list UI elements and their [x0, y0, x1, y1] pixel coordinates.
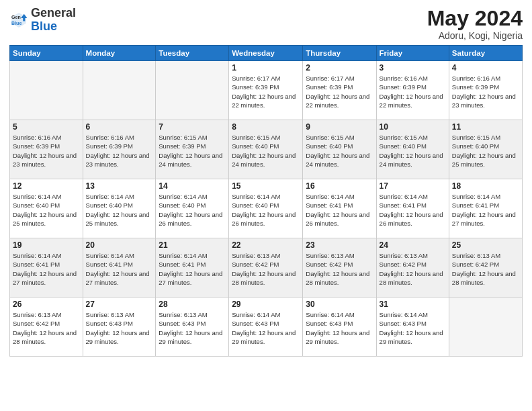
- day-number: 9: [306, 122, 373, 132]
- weekday-header-tuesday: Tuesday: [156, 46, 229, 61]
- day-number: 28: [159, 300, 226, 309]
- day-number: 26: [13, 300, 80, 309]
- calendar-cell: 1Sunrise: 6:17 AM Sunset: 6:39 PM Daylig…: [229, 61, 303, 120]
- day-number: 30: [306, 300, 373, 309]
- page: Gen Blue General Blue May 2024 Adoru, Ko…: [0, 0, 532, 411]
- day-number: 1: [232, 63, 300, 73]
- day-number: 12: [13, 181, 80, 191]
- day-info: Sunrise: 6:14 AM Sunset: 6:40 PM Dayligh…: [232, 192, 300, 228]
- calendar-cell: 28Sunrise: 6:13 AM Sunset: 6:43 PM Dayli…: [156, 298, 229, 357]
- day-info: Sunrise: 6:13 AM Sunset: 6:42 PM Dayligh…: [232, 251, 300, 287]
- day-number: 17: [380, 181, 446, 191]
- calendar-week-row: 5Sunrise: 6:16 AM Sunset: 6:39 PM Daylig…: [10, 120, 523, 179]
- day-info: Sunrise: 6:16 AM Sunset: 6:39 PM Dayligh…: [86, 133, 153, 169]
- day-number: 21: [159, 240, 226, 250]
- day-number: 29: [232, 300, 300, 309]
- calendar-week-row: 19Sunrise: 6:14 AM Sunset: 6:41 PM Dayli…: [10, 238, 523, 298]
- day-number: 27: [86, 300, 153, 309]
- day-number: 10: [380, 122, 446, 132]
- day-info: Sunrise: 6:14 AM Sunset: 6:41 PM Dayligh…: [380, 192, 446, 228]
- day-number: 19: [13, 240, 80, 250]
- day-number: 23: [306, 240, 373, 250]
- day-info: Sunrise: 6:14 AM Sunset: 6:43 PM Dayligh…: [232, 310, 300, 346]
- svg-text:Gen: Gen: [11, 15, 21, 19]
- weekday-header-saturday: Saturday: [449, 46, 522, 61]
- day-info: Sunrise: 6:13 AM Sunset: 6:42 PM Dayligh…: [452, 251, 519, 287]
- calendar-location: Adoru, Kogi, Nigeria: [427, 30, 523, 41]
- day-info: Sunrise: 6:16 AM Sunset: 6:39 PM Dayligh…: [380, 74, 446, 109]
- weekday-header-monday: Monday: [83, 46, 156, 61]
- day-number: 13: [86, 181, 153, 191]
- day-info: Sunrise: 6:16 AM Sunset: 6:39 PM Dayligh…: [13, 133, 80, 169]
- weekday-header-wednesday: Wednesday: [229, 46, 303, 61]
- day-info: Sunrise: 6:14 AM Sunset: 6:43 PM Dayligh…: [306, 310, 373, 346]
- day-info: Sunrise: 6:13 AM Sunset: 6:42 PM Dayligh…: [13, 310, 80, 346]
- day-info: Sunrise: 6:13 AM Sunset: 6:43 PM Dayligh…: [86, 310, 153, 346]
- day-info: Sunrise: 6:14 AM Sunset: 6:41 PM Dayligh…: [452, 192, 519, 228]
- calendar-cell: 25Sunrise: 6:13 AM Sunset: 6:42 PM Dayli…: [449, 238, 522, 298]
- calendar-cell: 22Sunrise: 6:13 AM Sunset: 6:42 PM Dayli…: [229, 238, 303, 298]
- weekday-header-row: SundayMondayTuesdayWednesdayThursdayFrid…: [10, 46, 523, 61]
- calendar-cell: 29Sunrise: 6:14 AM Sunset: 6:43 PM Dayli…: [229, 298, 303, 357]
- calendar-cell: 6Sunrise: 6:16 AM Sunset: 6:39 PM Daylig…: [83, 120, 156, 179]
- day-info: Sunrise: 6:14 AM Sunset: 6:40 PM Dayligh…: [86, 192, 153, 228]
- calendar-cell: 30Sunrise: 6:14 AM Sunset: 6:43 PM Dayli…: [303, 298, 376, 357]
- logo: Gen Blue General Blue: [9, 7, 76, 34]
- header: Gen Blue General Blue May 2024 Adoru, Ko…: [9, 7, 523, 41]
- day-info: Sunrise: 6:13 AM Sunset: 6:43 PM Dayligh…: [159, 310, 226, 346]
- day-number: 11: [452, 122, 519, 132]
- day-number: 6: [86, 122, 153, 132]
- calendar-cell: 23Sunrise: 6:13 AM Sunset: 6:42 PM Dayli…: [303, 238, 376, 298]
- day-info: Sunrise: 6:14 AM Sunset: 6:40 PM Dayligh…: [13, 192, 80, 228]
- calendar-cell: 19Sunrise: 6:14 AM Sunset: 6:41 PM Dayli…: [10, 238, 83, 298]
- logo-general-text: General: [31, 7, 76, 20]
- day-number: 24: [380, 240, 446, 250]
- calendar-cell: 14Sunrise: 6:14 AM Sunset: 6:40 PM Dayli…: [156, 179, 229, 238]
- weekday-header-sunday: Sunday: [10, 46, 83, 61]
- day-info: Sunrise: 6:17 AM Sunset: 6:39 PM Dayligh…: [232, 74, 300, 109]
- day-number: 8: [232, 122, 300, 132]
- day-number: 2: [306, 63, 373, 73]
- day-info: Sunrise: 6:15 AM Sunset: 6:40 PM Dayligh…: [306, 133, 373, 169]
- day-number: 25: [452, 240, 519, 250]
- calendar-cell: 17Sunrise: 6:14 AM Sunset: 6:41 PM Dayli…: [376, 179, 449, 238]
- calendar-title: May 2024: [427, 7, 523, 30]
- calendar-cell: 5Sunrise: 6:16 AM Sunset: 6:39 PM Daylig…: [10, 120, 83, 179]
- calendar-cell: 24Sunrise: 6:13 AM Sunset: 6:42 PM Dayli…: [376, 238, 449, 298]
- calendar-cell: 2Sunrise: 6:17 AM Sunset: 6:39 PM Daylig…: [303, 61, 376, 120]
- day-number: 3: [380, 63, 446, 73]
- calendar-cell: 12Sunrise: 6:14 AM Sunset: 6:40 PM Dayli…: [10, 179, 83, 238]
- day-number: 22: [232, 240, 300, 250]
- day-info: Sunrise: 6:17 AM Sunset: 6:39 PM Dayligh…: [306, 74, 373, 109]
- day-number: 31: [380, 300, 446, 309]
- calendar-cell: 13Sunrise: 6:14 AM Sunset: 6:40 PM Dayli…: [83, 179, 156, 238]
- logo-blue-text: Blue: [31, 20, 76, 34]
- day-number: 5: [13, 122, 80, 132]
- day-info: Sunrise: 6:14 AM Sunset: 6:41 PM Dayligh…: [86, 251, 153, 287]
- calendar-cell: 7Sunrise: 6:15 AM Sunset: 6:39 PM Daylig…: [156, 120, 229, 179]
- day-info: Sunrise: 6:14 AM Sunset: 6:40 PM Dayligh…: [159, 192, 226, 228]
- calendar-cell: 15Sunrise: 6:14 AM Sunset: 6:40 PM Dayli…: [229, 179, 303, 238]
- calendar-cell: 10Sunrise: 6:15 AM Sunset: 6:40 PM Dayli…: [376, 120, 449, 179]
- day-info: Sunrise: 6:14 AM Sunset: 6:41 PM Dayligh…: [306, 192, 373, 228]
- calendar-week-row: 1Sunrise: 6:17 AM Sunset: 6:39 PM Daylig…: [10, 61, 523, 120]
- day-number: 18: [452, 181, 519, 191]
- calendar-cell: [449, 298, 522, 357]
- calendar-cell: 26Sunrise: 6:13 AM Sunset: 6:42 PM Dayli…: [10, 298, 83, 357]
- logo-text: General Blue: [31, 7, 76, 34]
- day-number: 15: [232, 181, 300, 191]
- title-block: May 2024 Adoru, Kogi, Nigeria: [427, 7, 523, 41]
- day-info: Sunrise: 6:15 AM Sunset: 6:40 PM Dayligh…: [380, 133, 446, 169]
- calendar-cell: [83, 61, 156, 120]
- day-number: 16: [306, 181, 373, 191]
- calendar-table: SundayMondayTuesdayWednesdayThursdayFrid…: [9, 45, 523, 357]
- calendar-cell: [10, 61, 83, 120]
- day-number: 4: [452, 63, 519, 73]
- calendar-cell: [156, 61, 229, 120]
- calendar-week-row: 26Sunrise: 6:13 AM Sunset: 6:42 PM Dayli…: [10, 298, 523, 357]
- day-number: 20: [86, 240, 153, 250]
- calendar-cell: 21Sunrise: 6:14 AM Sunset: 6:41 PM Dayli…: [156, 238, 229, 298]
- calendar-cell: 20Sunrise: 6:14 AM Sunset: 6:41 PM Dayli…: [83, 238, 156, 298]
- day-info: Sunrise: 6:15 AM Sunset: 6:39 PM Dayligh…: [159, 133, 226, 169]
- weekday-header-friday: Friday: [376, 46, 449, 61]
